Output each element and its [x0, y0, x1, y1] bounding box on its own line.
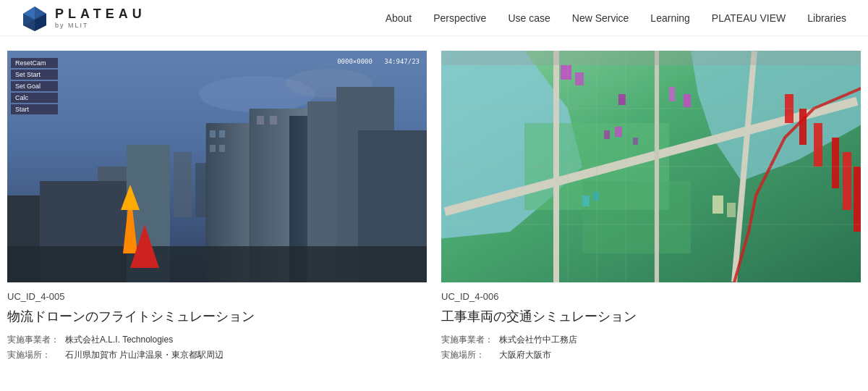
card-traffic-id: UC_ID_4-006	[441, 291, 861, 302]
drone-btn-calc[interactable]: Calc	[11, 93, 58, 103]
svg-rect-46	[669, 87, 675, 101]
svg-rect-10	[174, 152, 192, 217]
svg-rect-33	[270, 116, 277, 125]
svg-rect-43	[561, 65, 571, 80]
meta-label-operator: 実施事業者：	[7, 334, 65, 346]
site-header: PLATEAU by MLIT About Perspective Use ca…	[0, 0, 868, 36]
card-traffic-title: 工事車両の交通シミュレーション	[441, 308, 861, 325]
cards-grid: ResetCam Set Start Set Goal Calc Start 0…	[7, 51, 861, 361]
meta-row-traffic-operator: 実施事業者： 株式会社竹中工務店	[441, 334, 861, 346]
drone-time: 34:947/23	[384, 58, 420, 65]
drone-sim-ui: ResetCam Set Start Set Goal Calc Start	[11, 58, 58, 114]
svg-rect-30	[210, 145, 216, 152]
traffic-sim-image	[441, 51, 861, 282]
card-drone-title: 物流ドローンのフライトシミュレーション	[7, 308, 427, 325]
svg-rect-52	[843, 152, 851, 210]
svg-rect-51	[832, 138, 839, 188]
meta-value-location: 石川県加賀市 片山津温泉・東京都駅周辺	[65, 349, 224, 361]
svg-rect-28	[210, 130, 216, 138]
drone-scene-svg	[7, 51, 427, 282]
svg-rect-45	[618, 94, 626, 105]
meta-row-location: 実施場所： 石川県加賀市 片山津温泉・東京都駅周辺	[7, 349, 427, 361]
card-drone-info: UC_ID_4-005 物流ドローンのフライトシミュレーション 実施事業者： 株…	[7, 282, 427, 361]
drone-sim-image: ResetCam Set Start Set Goal Calc Start 0…	[7, 51, 427, 282]
svg-rect-53	[854, 167, 861, 232]
nav-plateau-view[interactable]: PLATEAU VIEW	[712, 12, 786, 24]
meta-value-operator: 株式会社A.L.I. Technologies	[65, 334, 173, 346]
logo-main-text: PLATEAU	[55, 7, 146, 22]
meta-label-traffic-location: 実施場所：	[441, 349, 499, 361]
meta-label-location: 実施場所：	[7, 349, 65, 361]
drone-btn-setstart[interactable]: Set Start	[11, 70, 58, 80]
logo-icon	[22, 5, 48, 31]
nav-about[interactable]: About	[386, 12, 412, 24]
svg-rect-66	[727, 203, 736, 217]
svg-rect-49	[799, 109, 807, 145]
svg-rect-50	[814, 123, 822, 167]
svg-rect-68	[593, 192, 599, 201]
card-drone-id: UC_ID_4-005	[7, 291, 427, 302]
svg-rect-31	[219, 145, 225, 152]
svg-rect-56	[633, 138, 638, 145]
meta-row-traffic-location: 実施場所： 大阪府大阪市	[441, 349, 861, 361]
main-content: ResetCam Set Start Set Goal Calc Start 0…	[0, 36, 868, 376]
card-traffic-info: UC_ID_4-006 工事車両の交通シミュレーション 実施事業者： 株式会社竹…	[441, 282, 861, 361]
card-traffic: UC_ID_4-006 工事車両の交通シミュレーション 実施事業者： 株式会社竹…	[441, 51, 861, 361]
nav-learning[interactable]: Learning	[650, 12, 690, 24]
svg-rect-64	[441, 51, 861, 65]
svg-rect-67	[582, 196, 590, 206]
svg-rect-44	[575, 72, 584, 85]
card-traffic-meta: 実施事業者： 株式会社竹中工務店 実施場所： 大阪府大阪市	[441, 334, 861, 361]
svg-rect-29	[219, 130, 225, 138]
meta-label-traffic-operator: 実施事業者：	[441, 334, 499, 346]
card-drone-meta: 実施事業者： 株式会社A.L.I. Technologies 実施場所： 石川県…	[7, 334, 427, 361]
drone-coords-size: 0000×0000	[337, 58, 373, 65]
svg-rect-54	[604, 130, 610, 139]
svg-rect-32	[257, 116, 264, 125]
svg-rect-55	[615, 127, 622, 137]
main-nav: About Perspective Use case New Service L…	[386, 12, 846, 24]
logo-area: PLATEAU by MLIT	[22, 5, 146, 31]
drone-coords: 0000×0000 34:947/23	[337, 58, 420, 65]
svg-rect-47	[684, 94, 691, 107]
drone-btn-resetcam[interactable]: ResetCam	[11, 58, 58, 68]
nav-libraries[interactable]: Libraries	[807, 12, 846, 24]
svg-rect-22	[7, 246, 427, 282]
meta-value-traffic-location: 大阪府大阪市	[499, 349, 551, 361]
drone-btn-setgoal[interactable]: Set Goal	[11, 81, 58, 91]
svg-rect-65	[712, 196, 723, 214]
nav-perspective[interactable]: Perspective	[433, 12, 486, 24]
card-drone: ResetCam Set Start Set Goal Calc Start 0…	[7, 51, 427, 361]
logo-sub-text: by MLIT	[55, 22, 146, 29]
nav-new-service[interactable]: New Service	[572, 12, 629, 24]
meta-value-traffic-operator: 株式会社竹中工務店	[499, 334, 577, 346]
meta-row-operator: 実施事業者： 株式会社A.L.I. Technologies	[7, 334, 427, 346]
logo-text: PLATEAU by MLIT	[55, 7, 146, 29]
drone-btn-start[interactable]: Start	[11, 104, 58, 114]
nav-use-case[interactable]: Use case	[508, 12, 550, 24]
traffic-scene-svg	[441, 51, 861, 282]
